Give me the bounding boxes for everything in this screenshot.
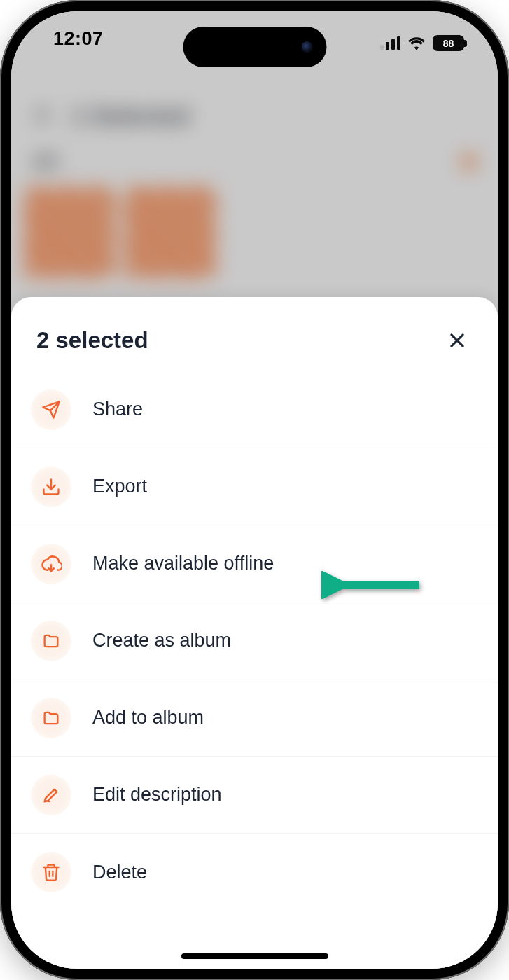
sheet-menu: Share Export Make available offline: [11, 371, 498, 969]
album-add-icon: [31, 698, 71, 738]
menu-item-create-album[interactable]: Create as album: [11, 602, 498, 679]
phone-screen: ✕ 1 Selected All 12:07: [11, 11, 498, 969]
cellular-signal-icon: [380, 37, 400, 50]
offline-icon: [31, 544, 71, 584]
battery-icon: 88: [433, 35, 464, 51]
phone-frame: ✕ 1 Selected All 12:07: [0, 0, 509, 980]
menu-item-label: Add to album: [92, 707, 204, 729]
menu-item-delete[interactable]: Delete: [11, 834, 498, 911]
share-icon: [31, 389, 71, 430]
close-button[interactable]: [442, 325, 473, 356]
menu-item-label: Export: [92, 476, 147, 497]
home-indicator: [181, 953, 328, 959]
close-icon: [447, 331, 467, 350]
action-sheet: 2 selected Share Export: [11, 297, 498, 969]
export-icon: [31, 467, 71, 507]
menu-item-export[interactable]: Export: [11, 448, 498, 525]
menu-item-label: Edit description: [92, 784, 222, 806]
menu-item-make-available-offline[interactable]: Make available offline: [11, 525, 498, 602]
dynamic-island: [183, 27, 326, 67]
menu-item-label: Create as album: [92, 630, 231, 651]
menu-item-label: Delete: [92, 862, 147, 883]
trash-icon: [31, 852, 71, 892]
menu-item-edit-description[interactable]: Edit description: [11, 757, 498, 834]
menu-item-label: Share: [92, 399, 143, 420]
menu-item-add-to-album[interactable]: Add to album: [11, 679, 498, 757]
album-create-icon: [31, 621, 71, 661]
status-time: 12:07: [53, 28, 104, 50]
menu-item-share[interactable]: Share: [11, 371, 498, 448]
sheet-title: 2 selected: [36, 327, 442, 354]
front-camera: [301, 41, 312, 53]
battery-percentage: 88: [443, 38, 454, 49]
edit-icon: [31, 775, 71, 815]
menu-item-label: Make available offline: [92, 553, 274, 574]
wifi-icon: [407, 36, 426, 50]
